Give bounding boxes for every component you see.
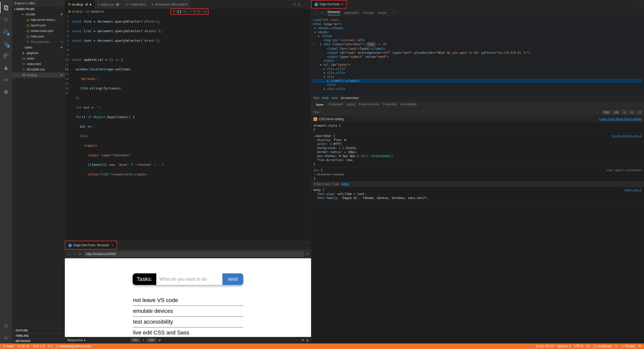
styles-body[interactable]: element.style { } to-do-styles.css:1 .se…: [311, 123, 644, 343]
browser-tab[interactable]: Edge DevTools: Browser ×: [65, 241, 117, 250]
file-item[interactable]: { }.hintrc: [12, 56, 65, 61]
metadata-section[interactable]: › METADATA: [12, 338, 65, 343]
file-item[interactable]: JSto-do.jsM: [12, 72, 65, 78]
branch-status[interactable]: ⎇ main*: [2, 344, 14, 348]
width-input[interactable]: 631: [130, 338, 140, 342]
language-status[interactable]: { } JavaScript: [593, 344, 611, 348]
file-item[interactable]: ◆.gitignore: [12, 50, 65, 56]
account-icon[interactable]: [0, 320, 12, 331]
tab-a11y[interactable]: Accessibility: [400, 103, 417, 107]
task-input[interactable]: [156, 273, 222, 285]
prettier-status[interactable]: ✓ Prettier: [621, 344, 635, 348]
panel-elements[interactable]: Elements: [328, 10, 340, 15]
tab-listeners[interactable]: Event Listeners: [359, 103, 380, 107]
compare-icon[interactable]: ⎘: [293, 3, 295, 6]
cls-toggle[interactable]: .cls: [613, 110, 620, 114]
tab-todo-js[interactable]: JSto-do.jsM●: [65, 0, 95, 9]
sync-status[interactable]: ⟳ 10↓ 0↑: [18, 344, 30, 348]
source-link[interactable]: base.css:2: [625, 188, 641, 192]
mirror-checkbox[interactable]: ✓: [314, 117, 317, 121]
stop-icon[interactable]: ▢: [197, 10, 200, 13]
step-into-icon[interactable]: ↓: [187, 10, 189, 13]
tab-styles[interactable]: Styles: [314, 103, 325, 107]
dom-breadcrumb[interactable]: html body form div.searchbar: [311, 95, 644, 101]
edge-icon[interactable]: [0, 86, 12, 97]
code-editor[interactable]: 1234567891011121314151617 const form = d…: [65, 14, 311, 240]
more-icon[interactable]: ⋯: [638, 0, 644, 9]
outline-section[interactable]: › OUTLINE: [12, 328, 65, 333]
bell-icon[interactable]: 🔔: [638, 344, 642, 348]
tab-base-css[interactable]: #base.cssM: [95, 0, 122, 9]
hov-toggle[interactable]: :hov: [602, 110, 611, 114]
task-item[interactable]: emulate devices: [133, 306, 243, 317]
inspect-icon[interactable]: ⬚: [314, 11, 317, 15]
close-icon[interactable]: ×: [341, 3, 343, 6]
source-link[interactable]: to-do-styles.css:1: [612, 134, 641, 138]
close-icon[interactable]: ×: [112, 243, 114, 247]
task-item[interactable]: test accessibility: [133, 317, 243, 327]
explorer-icon[interactable]: [0, 2, 12, 13]
browser-viewport[interactable]: Tasks: send not leave VS code emulate de…: [65, 258, 311, 337]
tab-extension[interactable]: ≡Extension: Microsoft E: [149, 0, 191, 9]
more-icon[interactable]: ⋯: [305, 241, 311, 250]
mirror-learn-more[interactable]: Learn more about mirror editing: [599, 117, 641, 121]
more-icon[interactable]: ⋯: [56, 2, 62, 5]
search-icon[interactable]: [0, 14, 12, 25]
task-item[interactable]: not leave VS code: [133, 295, 243, 306]
split-icon[interactable]: ◫: [298, 3, 301, 6]
target-icon[interactable]: ◎: [306, 338, 309, 342]
file-item[interactable]: ✦The great thin…U: [12, 39, 65, 45]
screencast-icon[interactable]: ⎚: [204, 10, 206, 13]
dom-tree[interactable]: <!DOCTYPE html> <html lang="en"> ▸ <head…: [311, 17, 644, 95]
filter-input[interactable]: [313, 111, 601, 114]
devtools-tab[interactable]: Edge DevTools ×: [311, 0, 347, 9]
ports-status[interactable]: ⎘ 1: [48, 344, 53, 348]
panel-console[interactable]: Console: [363, 11, 374, 15]
add-panel-icon[interactable]: ＋: [393, 11, 396, 15]
device-icon[interactable]: ▭: [629, 110, 634, 114]
azure-icon[interactable]: [0, 62, 12, 73]
timeline-section[interactable]: › TIMELINE: [12, 333, 65, 338]
indent-status[interactable]: Spaces: 2: [557, 344, 571, 348]
tab-properties[interactable]: Properties: [383, 103, 397, 107]
folder-styles[interactable]: ›styles: [12, 45, 65, 50]
panel-application[interactable]: Application: [344, 11, 359, 15]
tab-computed[interactable]: Computed: [329, 103, 342, 107]
step-out-icon[interactable]: ↑: [190, 10, 192, 13]
tab-index-html[interactable]: <>index.html: [122, 0, 149, 9]
problems-status[interactable]: ⊘ 0 ⚠ 0: [33, 344, 44, 348]
file-item[interactable]: { }launch.json: [12, 23, 65, 28]
debug-target[interactable]: ▷ webdebug (demo-to-do): [56, 344, 91, 348]
step-over-icon[interactable]: ↷: [183, 10, 186, 13]
feedback-icon[interactable]: ☺: [615, 344, 618, 348]
new-rule-icon[interactable]: ＋: [622, 110, 627, 115]
task-item[interactable]: live edit CSS and Sass: [133, 327, 243, 337]
folder-vscode[interactable]: ▾.vscode: [12, 12, 65, 17]
cursor-position[interactable]: Ln 12, Col 13: [536, 344, 554, 348]
debug-icon[interactable]: 1: [0, 38, 12, 49]
screencast-icon[interactable]: ⎚: [307, 252, 309, 256]
back-icon[interactable]: ←: [67, 252, 71, 256]
height-input[interactable]: 328: [146, 338, 156, 342]
pause-icon[interactable]: ❚❚: [177, 10, 182, 13]
more-icon[interactable]: ⋯: [303, 3, 309, 6]
file-item[interactable]: { }http-server-tasks.j…: [12, 17, 65, 23]
address-input[interactable]: [84, 251, 304, 257]
scm-icon[interactable]: 4: [0, 26, 12, 37]
file-item[interactable]: { }reload-tasks.json: [12, 28, 65, 34]
expand-icon[interactable]: ⛶: [636, 110, 642, 114]
drag-icon[interactable]: ⠿: [173, 10, 175, 13]
panel-issues[interactable]: Issues: [378, 11, 387, 15]
folder-root[interactable]: ▾ DEMO-TO-DO: [12, 7, 65, 12]
forward-icon[interactable]: →: [73, 252, 76, 256]
file-item[interactable]: { }tasks.json: [12, 34, 65, 39]
copilot-icon[interactable]: [0, 74, 12, 85]
file-item[interactable]: <>index.html: [12, 61, 65, 67]
settings-icon[interactable]: [0, 332, 12, 343]
responsive-select[interactable]: Responsive ▾: [67, 338, 85, 342]
rotate-icon[interactable]: ⇄: [158, 338, 161, 342]
eol-status[interactable]: LF: [586, 344, 590, 348]
breadcrumbs[interactable]: JS to-do.js › ⊡ updateList ⠿ ❚❚ ↷ ↓ ↑ ↻ …: [65, 9, 311, 14]
restart-icon[interactable]: ↻: [193, 10, 196, 13]
encoding-status[interactable]: UTF-8: [574, 344, 583, 348]
